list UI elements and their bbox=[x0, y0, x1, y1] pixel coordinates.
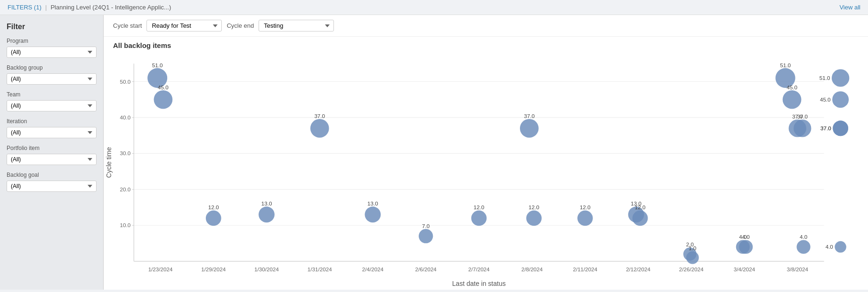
top-bar-right: View all bbox=[839, 4, 860, 11]
chart-controls: Cycle start Ready for Test Cycle end Tes… bbox=[104, 20, 868, 37]
svg-text:2/11/2024: 2/11/2024 bbox=[573, 266, 597, 272]
svg-point-82 bbox=[833, 121, 848, 136]
svg-text:45.0: 45.0 bbox=[158, 84, 169, 90]
filter-label-program: Program bbox=[7, 38, 97, 44]
svg-point-50 bbox=[526, 211, 542, 226]
svg-text:13.0: 13.0 bbox=[367, 200, 378, 206]
svg-point-34 bbox=[154, 90, 173, 109]
planning-level-label: Planning Level (24Q1 - Intelligence Appl… bbox=[50, 4, 171, 11]
svg-point-60 bbox=[686, 252, 699, 264]
filter-group-backlog-goal: Backlog goal (All) bbox=[7, 172, 97, 192]
filter-group-portfolio-item: Portfolio item (All) bbox=[7, 145, 97, 165]
svg-text:Cycle time: Cycle time bbox=[105, 147, 113, 178]
svg-text:37.0: 37.0 bbox=[820, 125, 831, 131]
svg-point-42 bbox=[365, 206, 381, 222]
svg-text:1/23/2024: 1/23/2024 bbox=[148, 266, 173, 272]
svg-text:3/4/2024: 3/4/2024 bbox=[734, 266, 755, 272]
filter-select-backlog-goal[interactable]: (All) bbox=[7, 181, 97, 192]
filter-label-backlog-group: Backlog group bbox=[7, 64, 97, 71]
svg-text:50.0: 50.0 bbox=[120, 79, 131, 85]
filter-select-program[interactable]: (All) bbox=[7, 47, 97, 58]
chart-wrapper: 10.020.030.040.050.0Cycle time1/23/20241… bbox=[104, 52, 868, 290]
svg-point-68 bbox=[783, 90, 802, 109]
svg-text:12.0: 12.0 bbox=[580, 204, 591, 210]
svg-text:51.0: 51.0 bbox=[152, 62, 163, 68]
svg-point-38 bbox=[259, 206, 275, 222]
svg-point-48 bbox=[520, 119, 539, 138]
sidebar-title: Filter bbox=[7, 23, 97, 31]
filter-group-iteration: Iteration (All) bbox=[7, 118, 97, 138]
svg-text:37.0: 37.0 bbox=[524, 113, 535, 119]
filter-label-iteration: Iteration bbox=[7, 118, 97, 125]
chart-title: All backlog items bbox=[104, 37, 868, 52]
svg-text:4.0: 4.0 bbox=[742, 234, 750, 240]
svg-text:12.0: 12.0 bbox=[474, 204, 485, 210]
svg-text:2/7/2024: 2/7/2024 bbox=[468, 266, 490, 272]
svg-text:13.0: 13.0 bbox=[261, 200, 272, 206]
svg-text:45.0: 45.0 bbox=[820, 96, 831, 103]
top-bar-left: FILTERS (1) | Planning Level (24Q1 - Int… bbox=[8, 4, 171, 11]
svg-text:2/26/2024: 2/26/2024 bbox=[679, 266, 704, 272]
svg-point-74 bbox=[796, 240, 810, 253]
svg-text:1.0: 1.0 bbox=[689, 245, 697, 251]
svg-text:3/8/2024: 3/8/2024 bbox=[787, 266, 809, 272]
svg-point-56 bbox=[633, 211, 648, 226]
svg-text:30.0: 30.0 bbox=[120, 150, 131, 156]
cycle-end-select[interactable]: Testing bbox=[259, 20, 334, 32]
scatter-chart: 10.020.030.040.050.0Cycle time1/23/20241… bbox=[104, 52, 868, 290]
filter-group-program: Program (All) bbox=[7, 38, 97, 58]
svg-point-84 bbox=[835, 241, 846, 253]
svg-text:1/29/2024: 1/29/2024 bbox=[201, 266, 226, 272]
svg-point-72 bbox=[794, 119, 811, 137]
cycle-end-label: Cycle end bbox=[227, 22, 254, 29]
filters-link[interactable]: FILTERS (1) bbox=[8, 4, 41, 11]
svg-text:45.0: 45.0 bbox=[787, 84, 797, 90]
svg-text:51.0: 51.0 bbox=[819, 75, 830, 81]
svg-point-44 bbox=[419, 229, 433, 243]
svg-point-40 bbox=[310, 119, 329, 138]
svg-point-76 bbox=[832, 69, 849, 87]
svg-text:51.0: 51.0 bbox=[780, 62, 791, 68]
separator: | bbox=[45, 4, 47, 11]
filter-select-team[interactable]: (All) bbox=[7, 100, 97, 111]
svg-text:1/30/2024: 1/30/2024 bbox=[254, 266, 279, 272]
filter-group-team: Team (All) bbox=[7, 91, 97, 111]
chart-area: Cycle start Ready for Test Cycle end Tes… bbox=[104, 15, 868, 290]
view-all-link[interactable]: View all bbox=[839, 4, 860, 11]
cycle-start-label: Cycle start bbox=[113, 22, 142, 29]
svg-text:20.0: 20.0 bbox=[120, 186, 131, 192]
svg-point-46 bbox=[471, 211, 487, 226]
svg-text:12.0: 12.0 bbox=[208, 204, 219, 210]
svg-text:37.0: 37.0 bbox=[314, 113, 325, 119]
svg-text:40.0: 40.0 bbox=[120, 114, 131, 120]
svg-text:4.0: 4.0 bbox=[826, 244, 834, 250]
filter-group-backlog-group: Backlog group (All) bbox=[7, 64, 97, 85]
sidebar: Filter Program (All) Backlog group (All)… bbox=[0, 15, 104, 290]
svg-point-64 bbox=[739, 240, 753, 253]
svg-text:12.0: 12.0 bbox=[635, 204, 646, 210]
svg-text:2/6/2024: 2/6/2024 bbox=[415, 266, 437, 272]
filter-label-backlog-goal: Backlog goal bbox=[7, 172, 97, 178]
svg-text:37.0: 37.0 bbox=[797, 113, 808, 119]
svg-text:4.0: 4.0 bbox=[800, 234, 808, 240]
svg-point-52 bbox=[577, 211, 593, 226]
svg-text:7.0: 7.0 bbox=[422, 223, 430, 229]
main-container: Filter Program (All) Backlog group (All)… bbox=[0, 15, 868, 290]
svg-text:Last date in status: Last date in status bbox=[452, 280, 506, 287]
svg-point-78 bbox=[832, 91, 849, 108]
filter-label-portfolio-item: Portfolio item bbox=[7, 145, 97, 151]
svg-point-36 bbox=[206, 211, 221, 226]
svg-text:10.0: 10.0 bbox=[120, 222, 131, 228]
filter-select-portfolio-item[interactable]: (All) bbox=[7, 154, 97, 165]
svg-text:1/31/2024: 1/31/2024 bbox=[308, 266, 332, 272]
filter-select-backlog-group[interactable]: (All) bbox=[7, 73, 97, 85]
svg-text:2/8/2024: 2/8/2024 bbox=[521, 266, 543, 272]
svg-text:12.0: 12.0 bbox=[528, 204, 539, 210]
top-bar: FILTERS (1) | Planning Level (24Q1 - Int… bbox=[0, 0, 868, 15]
filter-select-iteration[interactable]: (All) bbox=[7, 127, 97, 138]
svg-text:2/12/2024: 2/12/2024 bbox=[626, 266, 650, 272]
filter-label-team: Team bbox=[7, 91, 97, 98]
cycle-start-select[interactable]: Ready for Test bbox=[146, 20, 222, 32]
svg-text:2/4/2024: 2/4/2024 bbox=[362, 266, 384, 272]
